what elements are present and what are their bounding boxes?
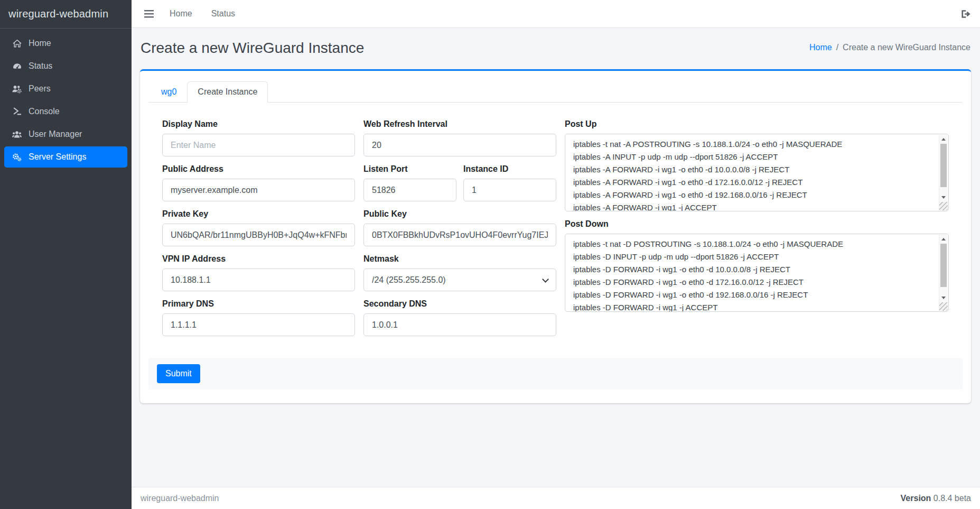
sidebar-nav: Home Status Peers Console User Manager [0,29,132,173]
sidebar-item-status[interactable]: Status [4,55,127,77]
listen-port-label: Listen Port [363,164,456,174]
sidebar: wireguard-webadmin Home Status Peers Con… [0,0,132,509]
navbar-link-status[interactable]: Status [211,9,235,18]
tab-create-instance[interactable]: Create Instance [187,81,268,103]
primary-dns-input[interactable] [162,313,355,336]
vpn-ip-input[interactable] [162,269,355,291]
post-up-label: Post Up [565,119,949,129]
sidebar-item-label: Status [29,61,52,71]
page-title: Create a new WireGuard Instance [141,40,364,57]
sidebar-item-label: User Manager [29,129,82,139]
sidebar-item-label: Server Settings [29,152,86,162]
sidebar-item-peers[interactable]: Peers [4,78,127,99]
post-up-textarea[interactable]: iptables -t nat -A POSTROUTING -s 10.188… [565,134,949,211]
scrollbar-thumb[interactable] [940,144,947,187]
gauge-icon [10,62,24,71]
sidebar-item-label: Console [29,107,60,116]
sidebar-item-label: Home [29,39,51,48]
submit-button[interactable]: Submit [157,364,200,383]
instance-form: Display Name Public Address Private Key [148,119,963,344]
sidebar-item-home[interactable]: Home [4,33,127,54]
vpn-ip-label: VPN IP Address [162,254,355,264]
footer-version: Version 0.8.4 beta [901,494,971,503]
public-address-input[interactable] [162,179,355,201]
instance-tabs: wg0 Create Instance [148,81,963,103]
display-name-input[interactable] [162,134,355,156]
display-name-label: Display Name [162,119,355,129]
instance-id-label: Instance ID [463,164,556,174]
breadcrumb-separator: / [836,43,838,52]
form-column-left: Display Name Public Address Private Key [162,119,355,344]
navbar-link-home[interactable]: Home [170,9,192,18]
scroll-up-arrow-icon[interactable] [939,235,948,243]
public-address-label: Public Address [162,164,355,174]
tab-wg0[interactable]: wg0 [151,81,187,103]
gears-icon [10,153,24,162]
breadcrumb-home-link[interactable]: Home [809,43,832,52]
scroll-up-arrow-icon[interactable] [939,135,948,143]
breadcrumb: Home/Create a new WireGuard Instance [809,40,970,52]
private-key-label: Private Key [162,209,355,219]
sidebar-item-console[interactable]: Console [4,101,127,122]
primary-dns-label: Primary DNS [162,299,355,309]
version-value: 0.8.4 beta [934,494,971,503]
version-label: Version [901,494,931,503]
resize-grip-icon[interactable] [939,302,948,311]
breadcrumb-current: Create a new WireGuard Instance [843,43,970,52]
post-down-label: Post Down [565,219,949,229]
web-refresh-interval-label: Web Refresh Interval [363,119,556,129]
scroll-down-arrow-icon[interactable] [939,193,948,201]
brand-title[interactable]: wireguard-webadmin [0,0,132,29]
netmask-label: Netmask [363,254,556,264]
menu-icon[interactable] [144,10,154,18]
content: Create a new WireGuard Instance Home/Cre… [132,28,980,487]
post-up-lines: iptables -t nat -A POSTROUTING -s 10.188… [565,134,948,211]
main-area: Home Status Create a new WireGuard Insta… [132,0,980,509]
public-key-label: Public Key [363,209,556,219]
scrollbar-thumb[interactable] [940,244,947,287]
netmask-select[interactable]: /24 (255.255.255.0) [363,269,556,291]
post-down-scrollbar[interactable] [939,235,948,311]
post-down-textarea[interactable]: iptables -t nat -D POSTROUTING -s 10.188… [565,234,949,312]
page-footer: wireguard-webadmin Version 0.8.4 beta [132,487,980,509]
top-navbar: Home Status [132,0,980,28]
sidebar-item-label: Peers [29,84,51,94]
submit-row: Submit [148,358,963,390]
listen-port-input[interactable] [363,179,456,201]
post-down-lines: iptables -t nat -D POSTROUTING -s 10.188… [565,234,948,311]
sign-out-icon[interactable] [961,10,971,18]
form-column-middle: Web Refresh Interval Listen Port Instanc… [363,119,556,344]
instance-id-input[interactable] [463,179,556,201]
instance-card: wg0 Create Instance Display Name Public … [140,69,971,403]
secondary-dns-input[interactable] [363,313,556,336]
page-header: Create a new WireGuard Instance Home/Cre… [132,28,980,57]
post-up-scrollbar[interactable] [939,135,948,210]
web-refresh-interval-input[interactable] [363,134,556,156]
terminal-icon [10,107,24,116]
users-gear-icon [10,85,24,94]
form-column-right: Post Up iptables -t nat -A POSTROUTING -… [565,119,949,344]
home-icon [10,39,24,48]
footer-brand: wireguard-webadmin [141,494,219,503]
sidebar-item-user-manager[interactable]: User Manager [4,124,127,145]
scroll-down-arrow-icon[interactable] [939,293,948,302]
sidebar-item-server-settings[interactable]: Server Settings [4,146,127,168]
private-key-input[interactable] [162,224,355,246]
resize-grip-icon[interactable] [939,202,948,210]
secondary-dns-label: Secondary DNS [363,299,556,309]
public-key-input[interactable] [363,224,556,246]
users-icon [10,130,24,139]
